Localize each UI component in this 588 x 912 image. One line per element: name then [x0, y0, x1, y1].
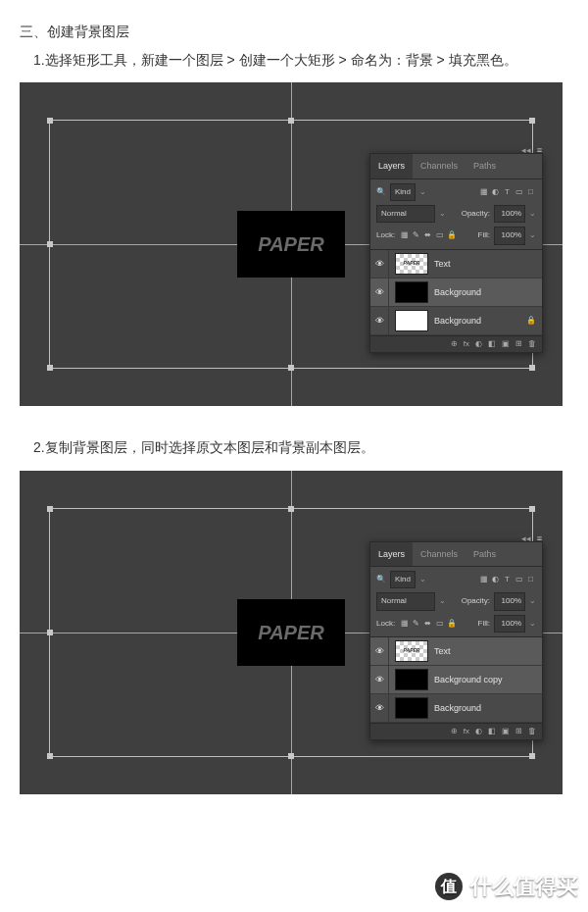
filter-adjustment-icon: ◐	[490, 573, 501, 586]
visibility-eye-icon[interactable]: 👁	[370, 694, 389, 722]
opacity-label: Opacity:	[462, 207, 490, 221]
opacity-label: Opacity:	[462, 594, 490, 608]
fill-value[interactable]: 100%	[494, 615, 525, 633]
panel-controls[interactable]: ◂◂≡	[521, 531, 542, 546]
layer-row[interactable]: 👁Background	[370, 279, 542, 307]
filter-shape-icon: ▭	[514, 573, 524, 586]
layers-list: 👁Text👁Background👁Background🔒	[370, 250, 542, 335]
layer-name[interactable]: Text	[434, 643, 451, 659]
lock-icons[interactable]: ▦ ✎ ⬌ ▭ 🔒	[399, 228, 457, 242]
visibility-eye-icon[interactable]: 👁	[370, 250, 389, 278]
group-icon[interactable]: ▣	[502, 725, 510, 738]
canvas-text-layer: PAPER	[237, 211, 345, 278]
opacity-value[interactable]: 100%	[494, 205, 525, 223]
fill-label: Fill:	[478, 617, 490, 631]
lock-artboard-icon: ▭	[434, 617, 445, 631]
filter-type-icons[interactable]: ▦ ◐ T ▭ □	[478, 185, 536, 199]
layer-mask-icon[interactable]: ◐	[475, 337, 482, 351]
link-layers-icon[interactable]: ⊕	[451, 337, 458, 351]
filter-shape-icon: ▭	[514, 185, 524, 199]
panel-tabs: Layers Channels Paths	[370, 542, 542, 567]
step-2-text: 2.复制背景图层，同时选择原文本图层和背景副本图层。	[20, 435, 568, 460]
layer-row[interactable]: 👁Background	[370, 694, 542, 723]
layer-thumbnail[interactable]	[395, 669, 428, 690]
tutorial-screenshot-2: PAPER ◂◂≡ Layers Channels Paths 🔍 Kind ⌄…	[20, 471, 563, 794]
layer-thumbnail[interactable]	[395, 281, 428, 303]
panel-controls[interactable]: ◂◂≡	[521, 142, 542, 158]
layer-name[interactable]: Text	[434, 256, 451, 272]
blend-mode-dropdown[interactable]: Normal	[376, 205, 435, 223]
layer-mask-icon[interactable]: ◐	[475, 725, 482, 738]
delete-layer-icon[interactable]: 🗑	[528, 337, 536, 351]
filter-kind-dropdown[interactable]: Kind	[390, 183, 416, 201]
filter-type-icons[interactable]: ▦ ◐ T ▭ □	[478, 573, 536, 586]
filter-pixel-icon: ▦	[478, 185, 489, 199]
fill-label: Fill:	[478, 228, 490, 242]
lock-all-icon: 🔒	[446, 228, 457, 242]
filter-type-icon: T	[502, 185, 513, 199]
delete-layer-icon[interactable]: 🗑	[528, 725, 536, 738]
layer-thumbnail[interactable]	[395, 640, 428, 662]
layer-row[interactable]: 👁Background copy	[370, 666, 542, 694]
layer-thumbnail[interactable]	[395, 310, 428, 331]
layer-name[interactable]: Background copy	[434, 672, 503, 687]
group-icon[interactable]: ▣	[502, 337, 510, 351]
canvas-text-layer: PAPER	[237, 599, 345, 666]
fill-value[interactable]: 100%	[494, 227, 525, 244]
link-layers-icon[interactable]: ⊕	[451, 725, 458, 738]
step-1-text: 1.选择矩形工具，新建一个图层 > 创建一个大矩形 > 命名为：背景 > 填充黑…	[20, 48, 568, 73]
panel-footer: ⊕ fx ◐ ◧ ▣ ⊞ 🗑	[370, 723, 542, 739]
section-heading: 三、创建背景图层	[20, 20, 568, 44]
lock-transparent-icon: ▦	[399, 617, 410, 631]
filter-adjustment-icon: ◐	[490, 185, 501, 199]
visibility-eye-icon[interactable]: 👁	[370, 637, 389, 665]
layer-fx-icon[interactable]: fx	[464, 337, 469, 351]
lock-image-icon: ✎	[411, 617, 421, 631]
layer-name[interactable]: Background	[434, 700, 481, 716]
layer-thumbnail[interactable]	[395, 697, 428, 719]
blend-mode-dropdown[interactable]: Normal	[376, 592, 435, 610]
layer-thumbnail[interactable]	[395, 253, 428, 275]
adjustment-layer-icon[interactable]: ◧	[488, 337, 496, 351]
panel-tabs: Layers Channels Paths	[370, 154, 542, 178]
layer-row[interactable]: 👁Text	[370, 637, 542, 666]
layers-panel[interactable]: ◂◂≡ Layers Channels Paths 🔍 Kind ⌄ ▦ ◐ T…	[369, 153, 543, 352]
lock-position-icon: ⬌	[422, 228, 433, 242]
layer-row[interactable]: 👁Text	[370, 250, 542, 279]
lock-image-icon: ✎	[411, 228, 421, 242]
filter-smart-icon: □	[525, 185, 536, 199]
layers-list: 👁Text👁Background copy👁Background	[370, 637, 542, 723]
lock-label: Lock:	[376, 228, 395, 242]
search-icon[interactable]: 🔍	[376, 573, 386, 586]
layer-fx-icon[interactable]: fx	[464, 725, 469, 738]
layer-row[interactable]: 👁Background🔒	[370, 307, 542, 335]
tab-paths[interactable]: Paths	[466, 154, 504, 177]
lock-icon: 🔒	[526, 314, 536, 328]
lock-transparent-icon: ▦	[399, 228, 410, 242]
layer-name[interactable]: Background	[434, 284, 481, 300]
new-layer-icon[interactable]: ⊞	[515, 337, 522, 351]
tutorial-screenshot-1: PAPER ◂◂≡ Layers Channels Paths 🔍 Kind ⌄…	[20, 82, 563, 406]
tab-layers[interactable]: Layers	[370, 542, 413, 566]
lock-all-icon: 🔒	[446, 617, 457, 631]
tab-layers[interactable]: Layers	[370, 154, 413, 177]
layers-panel[interactable]: ◂◂≡ Layers Channels Paths 🔍 Kind ⌄ ▦ ◐ T…	[369, 541, 543, 740]
panel-footer: ⊕ fx ◐ ◧ ▣ ⊞ 🗑	[370, 335, 542, 352]
opacity-value[interactable]: 100%	[494, 592, 525, 610]
layer-name[interactable]: Background	[434, 313, 481, 329]
lock-position-icon: ⬌	[422, 617, 433, 631]
filter-smart-icon: □	[525, 573, 536, 586]
lock-icons[interactable]: ▦ ✎ ⬌ ▭ 🔒	[399, 617, 457, 631]
visibility-eye-icon[interactable]: 👁	[370, 666, 389, 693]
tab-paths[interactable]: Paths	[466, 542, 504, 566]
tab-channels[interactable]: Channels	[413, 542, 466, 566]
tab-channels[interactable]: Channels	[413, 154, 466, 177]
search-icon[interactable]: 🔍	[376, 185, 386, 199]
new-layer-icon[interactable]: ⊞	[515, 725, 522, 738]
visibility-eye-icon[interactable]: 👁	[370, 279, 389, 306]
visibility-eye-icon[interactable]: 👁	[370, 307, 389, 334]
adjustment-layer-icon[interactable]: ◧	[488, 725, 496, 738]
filter-type-icon: T	[502, 573, 513, 586]
filter-kind-dropdown[interactable]: Kind	[390, 571, 416, 588]
canvas-text: PAPER	[258, 227, 323, 262]
